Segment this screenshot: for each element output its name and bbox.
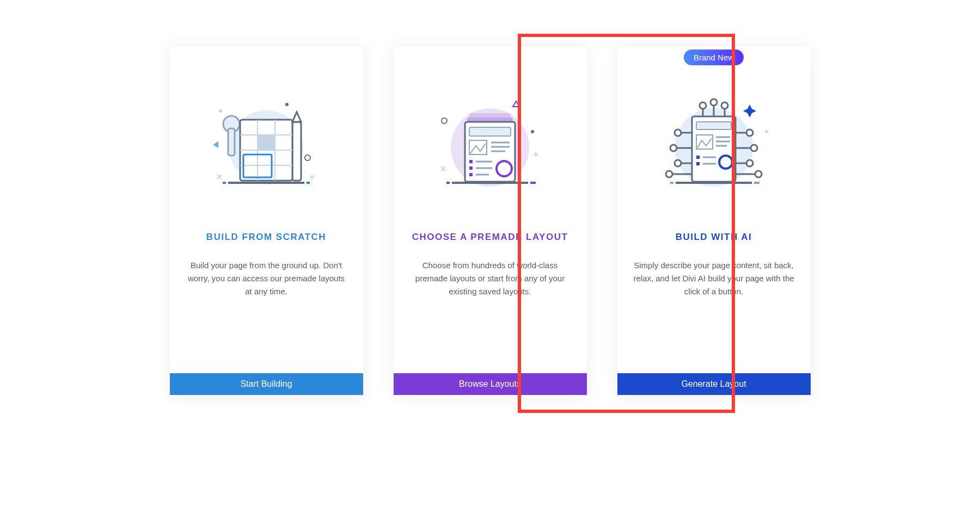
ai-illustration bbox=[617, 47, 811, 232]
svg-point-61 bbox=[666, 171, 672, 177]
svg-point-69 bbox=[755, 171, 762, 177]
svg-rect-11 bbox=[258, 135, 275, 150]
svg-point-67 bbox=[746, 160, 753, 166]
svg-marker-2 bbox=[292, 112, 301, 122]
svg-point-57 bbox=[670, 145, 677, 151]
card-text: BUILD WITH AI Simply describe your page … bbox=[617, 232, 811, 373]
svg-marker-13 bbox=[213, 141, 218, 148]
svg-point-15 bbox=[285, 103, 289, 106]
svg-rect-29 bbox=[469, 160, 473, 163]
scratch-illustration bbox=[170, 47, 363, 232]
svg-rect-49 bbox=[696, 156, 700, 159]
svg-point-37 bbox=[442, 118, 447, 123]
svg-rect-44 bbox=[696, 122, 731, 129]
card-description: Choose from hundreds of world-class prem… bbox=[409, 259, 572, 298]
svg-rect-4 bbox=[228, 128, 235, 156]
premade-illustration bbox=[394, 47, 587, 232]
svg-point-63 bbox=[746, 129, 753, 136]
card-premade-layout[interactable]: CHOOSE A PREMADE LAYOUT Choose from hund… bbox=[394, 47, 587, 395]
svg-point-65 bbox=[751, 145, 757, 151]
svg-point-14 bbox=[219, 109, 222, 113]
generate-layout-button[interactable]: Generate Layout bbox=[617, 373, 811, 395]
blueprint-icon bbox=[201, 96, 332, 205]
layout-template-icon bbox=[425, 96, 555, 205]
svg-point-38 bbox=[531, 130, 534, 133]
svg-rect-31 bbox=[469, 166, 473, 170]
card-description: Build your page from the ground up. Don'… bbox=[185, 259, 348, 298]
card-title: BUILD WITH AI bbox=[633, 232, 795, 243]
svg-point-55 bbox=[675, 129, 681, 136]
svg-rect-24 bbox=[469, 127, 511, 136]
svg-rect-51 bbox=[696, 162, 700, 165]
svg-point-71 bbox=[700, 102, 706, 109]
layout-options-container: BUILD FROM SCRATCH Build your page from … bbox=[0, 0, 980, 395]
svg-point-59 bbox=[675, 160, 681, 166]
card-build-from-scratch[interactable]: BUILD FROM SCRATCH Build your page from … bbox=[170, 47, 363, 395]
svg-rect-33 bbox=[469, 173, 473, 176]
card-title: CHOOSE A PREMADE LAYOUT bbox=[409, 232, 572, 243]
ai-circuit-icon bbox=[648, 96, 779, 205]
card-title: BUILD FROM SCRATCH bbox=[185, 232, 348, 243]
card-description: Simply describe your page content, sit b… bbox=[633, 259, 795, 298]
browse-layouts-button[interactable]: Browse Layouts bbox=[394, 373, 587, 395]
start-building-button[interactable]: Start Building bbox=[170, 373, 363, 395]
svg-point-73 bbox=[710, 99, 717, 106]
card-build-with-ai[interactable]: Brand New bbox=[617, 47, 811, 395]
svg-rect-1 bbox=[292, 122, 301, 181]
card-text: CHOOSE A PREMADE LAYOUT Choose from hund… bbox=[394, 232, 587, 373]
svg-marker-36 bbox=[513, 101, 519, 107]
svg-point-16 bbox=[305, 155, 310, 160]
card-text: BUILD FROM SCRATCH Build your page from … bbox=[170, 232, 363, 373]
brand-new-badge: Brand New bbox=[684, 50, 744, 65]
svg-point-75 bbox=[721, 102, 728, 109]
